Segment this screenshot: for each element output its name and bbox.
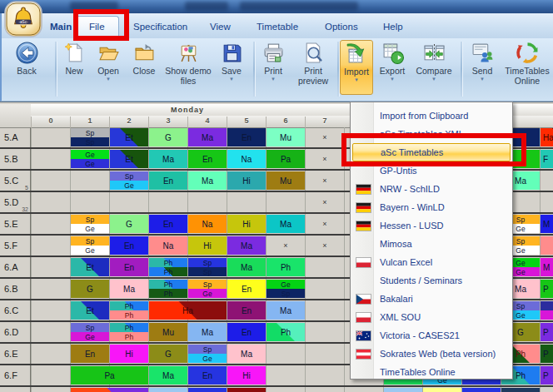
print-preview-button[interactable]: Print preview [291, 40, 335, 95]
timetable-cell-5-b-p1[interactable]: GeGe [71, 150, 109, 168]
timetable-cell-5-d-p7[interactable]: × [306, 193, 344, 211]
timetable-cell-next-p11[interactable] [462, 388, 501, 392]
timetable-cell-6-f-p4[interactable]: En [188, 366, 227, 385]
timetable-cell-6-b-p4[interactable]: SpGe [188, 280, 227, 298]
timetable-cell-next-p12[interactable] [501, 388, 540, 392]
tab-help[interactable]: Help [378, 17, 408, 37]
row-label-5-e[interactable]: 5.E [0, 214, 31, 234]
timetable-cell-5-e-p6[interactable]: Ma [267, 215, 305, 233]
timetable-cell-5-f-p4[interactable]: Hi [188, 236, 227, 255]
timetable-cell-6-d-p3[interactable]: Mu [149, 323, 187, 341]
timetable-cell-5-f-p1[interactable]: SpGe [71, 236, 109, 255]
timetable-cell-6-c-p5[interactable]: En [227, 301, 266, 320]
timetable-cell-6-a-p5[interactable]: Ma [227, 258, 266, 276]
timetable-cell-6-e-p5[interactable]: Ma [227, 345, 266, 363]
timetable-cell-6-d-p4[interactable]: Ma [188, 323, 227, 341]
timetable-cell-5-b-p7[interactable]: × [306, 150, 344, 168]
menu-item-vulcan-excel[interactable]: Vulcan Excel [352, 253, 511, 271]
timetable-cell-6-e-p1[interactable]: En [71, 345, 109, 363]
timetable-cell-5-e-p2[interactable]: G [110, 215, 148, 233]
timetable-cell-5-a-p1[interactable]: SpSp [71, 128, 109, 146]
show-demo-files-button[interactable]: Show demo files [163, 40, 213, 95]
timetable-cell-6-a-p1[interactable]: Et [71, 258, 109, 276]
timetable-cell-6-a-p13[interactable]: M [541, 258, 553, 276]
timetable-cell-5-b-p5[interactable]: Na [227, 150, 266, 168]
tab-options[interactable]: Options [320, 17, 363, 37]
timetable-cell-6-b-p5[interactable]: En [227, 280, 266, 298]
menu-item-hessen-lusd[interactable]: Hessen - LUSD [352, 216, 511, 235]
row-label-5-c[interactable]: 5.C5 [0, 171, 31, 191]
timetable-cell-5-e-p4[interactable]: Na [188, 215, 227, 233]
timetable-cell-5-c-p6[interactable]: Mu [267, 171, 305, 190]
timetable-cell-5-f-p13[interactable] [541, 236, 553, 255]
row-label-6-d[interactable]: 6.D [0, 322, 31, 342]
timetable-cell-5-b-p2[interactable]: Et [110, 150, 148, 168]
timetable-cell-6-e-p3[interactable]: G [149, 345, 187, 363]
menu-item-xml-sou[interactable]: XML SOU [352, 308, 511, 326]
timetable-cell-5-c-p5[interactable]: Hi [227, 171, 266, 190]
timetable-cell-next-p3[interactable] [149, 388, 187, 392]
tab-main[interactable]: Main [45, 17, 77, 37]
timetable-cell-6-d-p5[interactable]: En [227, 323, 266, 341]
timetable-cell-5-a-p3[interactable]: G [149, 128, 187, 146]
timetable-cell-6-d-p13[interactable]: P [541, 323, 553, 341]
row-label-5-b[interactable]: 5.B [0, 149, 31, 169]
timetable-cell-next-p1[interactable] [71, 388, 148, 392]
timetable-cell-6-f-p13[interactable]: P [541, 366, 553, 385]
timetable-cell-6-b-p3[interactable]: PhPh [149, 280, 187, 298]
timetable-cell-5-b-p3[interactable]: Ma [149, 150, 187, 168]
timetable-cell-5-a-p7[interactable]: × [306, 128, 344, 146]
timetable-cell-6-a-p3[interactable]: PhPh [149, 258, 187, 276]
timetable-cell-5-b-p6[interactable]: Pa [267, 150, 305, 168]
send-button[interactable]: Send▼ [465, 40, 500, 95]
timetable-cell-5-c-p4[interactable]: Ma [188, 171, 227, 190]
menu-item-bakalari[interactable]: Bakalari [352, 290, 511, 308]
timetable-cell-6-e-p2[interactable]: Hi [110, 345, 148, 363]
timetable-cell-5-b-p13[interactable]: F [541, 150, 553, 168]
timetable-cell-6-f-p5[interactable]: Hi [227, 366, 266, 385]
print-button[interactable]: Print▼ [257, 40, 290, 95]
menu-item-nrw-schild[interactable]: NRW - SchILD [352, 180, 511, 198]
timetable-cell-5-f-p5[interactable]: Ma [227, 236, 266, 255]
timetable-cell-6-c-p3[interactable]: Ha [149, 301, 227, 320]
timetable-cell-6-d-p1[interactable]: SpGe [71, 323, 109, 341]
timetable-cell-6-e-p13[interactable]: P [541, 345, 553, 363]
export-button[interactable]: Export▼ [375, 40, 410, 95]
timetable-cell-6-b-p13[interactable]: P [541, 280, 553, 298]
timetable-cell-6-d-p2[interactable]: PhPh [110, 323, 148, 341]
timetable-cell-5-c-p3[interactable]: En [149, 171, 187, 190]
row-label-6-a[interactable]: 6.A [0, 257, 31, 277]
timetable-cell-5-c-p2[interactable]: SpGe [110, 171, 148, 190]
timetable-cell-next-p4[interactable] [188, 388, 227, 392]
timetable-cell-6-c-p2[interactable]: PhPh [110, 301, 148, 320]
timetable-cell-5-f-p2[interactable]: En [110, 236, 148, 255]
timetable-cell-5-e-p7[interactable]: × [306, 215, 344, 233]
close-button[interactable]: Close [127, 40, 162, 95]
timetable-cell-6-a-p4[interactable]: SpSp [188, 258, 227, 276]
timetable-cell-6-b-p2[interactable]: Ma [110, 280, 148, 298]
timetable-cell-5-e-p1[interactable]: SpGe [71, 215, 109, 233]
back-button[interactable]: Back [5, 40, 48, 95]
timetable-cell-5-e-p3[interactable]: En [149, 215, 187, 233]
timetable-cell-5-a-p6[interactable]: Mu [267, 128, 305, 146]
menu-item-bayern-winld[interactable]: Bayern - WinLD [352, 198, 511, 216]
menu-item-import-from-clipboard[interactable]: Import from Clipboard [352, 107, 511, 125]
row-label-5-a[interactable]: 5.A [0, 127, 31, 147]
timetable-cell-5-a-p5[interactable]: En [227, 128, 266, 146]
timetable-cell-6-b-p6[interactable]: GeSp [267, 280, 305, 298]
tab-specification[interactable]: Specification [128, 17, 192, 37]
row-label-5-d[interactable]: 5.D32 [0, 192, 31, 212]
menu-item-mimosa[interactable]: Mimosa [352, 235, 511, 253]
new-button[interactable]: New [58, 40, 90, 95]
timetable-cell-next-p5[interactable] [227, 388, 266, 392]
tab-view[interactable]: View [205, 17, 236, 37]
row-label-5-f[interactable]: 5.F [0, 236, 31, 256]
timetable-cell-5-c-p7[interactable]: × [306, 171, 344, 190]
timetable-cell-5-f-p3[interactable]: Na [149, 236, 187, 255]
row-label-6-c[interactable]: 6.C [0, 300, 31, 320]
timetable-cell-6-c-p6[interactable]: Ma [267, 301, 305, 320]
timetable-cell-5-a-p4[interactable]: Ma [188, 128, 227, 146]
timetable-cell-5-f-p7[interactable]: × [306, 236, 344, 255]
timetable-cell-5-f-p6[interactable]: × [267, 236, 305, 255]
timetable-cell-5-e-p13[interactable]: M [541, 215, 553, 233]
